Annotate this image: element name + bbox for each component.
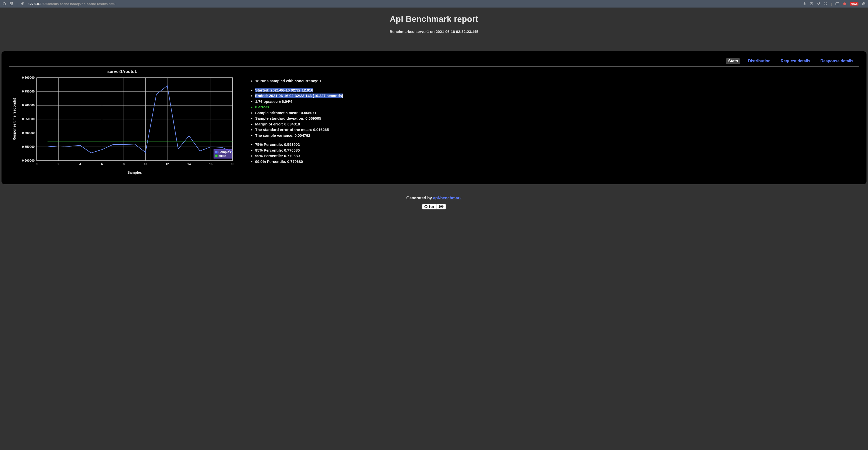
url-host: 127.0.0.1 xyxy=(28,2,42,6)
svg-rect-3 xyxy=(11,4,12,5)
page-header: Api Benchmark report Benchmarked server1… xyxy=(0,8,868,36)
stat-mean: Sample arithmetic mean: 0.568071 xyxy=(255,110,859,116)
stat-p999: 99.9% Percentile: 0.770680 xyxy=(255,159,859,165)
svg-rect-2 xyxy=(10,4,11,5)
grid-icon[interactable] xyxy=(9,2,13,5)
svg-text:6: 6 xyxy=(101,162,103,166)
chart-container: server1/route1 0246810121416180.5000000.… xyxy=(9,68,235,178)
stat-started: Started: 2021-06-16 02:32:12.916 xyxy=(255,87,859,93)
browser-toolbar: | 127.0.0.1:5500/redis-cache-nodejs/no-c… xyxy=(0,0,868,8)
box-color-icon[interactable] xyxy=(843,2,846,5)
svg-rect-0 xyxy=(10,2,11,3)
svg-text:16: 16 xyxy=(209,162,213,166)
github-icon xyxy=(425,205,428,208)
stats-column: 18 runs sampled with concurrency: 1 Star… xyxy=(245,68,859,178)
svg-rect-50 xyxy=(215,151,217,153)
svg-rect-52 xyxy=(215,154,217,157)
stat-p75: 75% Percentile: 0.553902 xyxy=(255,142,859,147)
tab-stats[interactable]: Stats xyxy=(726,58,740,64)
svg-text:0.550000: 0.550000 xyxy=(22,145,35,148)
svg-text:12: 12 xyxy=(165,162,169,166)
chart-title: server1/route1 xyxy=(9,69,235,74)
svg-text:18: 18 xyxy=(231,162,234,166)
stat-ended: Ended: 2021-06-16 02:32:23.143 (10.227 s… xyxy=(255,93,859,99)
stat-sem: The standard error of the mean: 0.016265 xyxy=(255,127,859,133)
svg-text:Samples: Samples xyxy=(127,170,142,174)
svg-text:0: 0 xyxy=(36,162,38,166)
address-bar[interactable]: 127.0.0.1:5500/redis-cache-nodejs/no-cac… xyxy=(28,2,116,6)
svg-rect-5 xyxy=(803,3,806,5)
svg-text:10: 10 xyxy=(144,162,148,166)
page-subtitle: Benchmarked server1 on 2021-06-16 02:32:… xyxy=(0,29,868,34)
github-star-button[interactable]: Star xyxy=(423,204,436,209)
svg-rect-10 xyxy=(836,2,839,5)
line-chart: 0246810121416180.5000000.5500000.6000000… xyxy=(9,75,235,178)
separator: | xyxy=(831,2,832,6)
tab-distribution[interactable]: Distribution xyxy=(746,58,773,64)
url-path: :5500/redis-cache-nodejs/no-cache-result… xyxy=(42,2,116,6)
stats-list-percentiles: 75% Percentile: 0.553902 95% Percentile:… xyxy=(245,142,859,164)
camera-icon[interactable] xyxy=(803,2,806,5)
svg-text:Samples: Samples xyxy=(218,150,231,154)
svg-text:8: 8 xyxy=(123,162,125,166)
globe-icon[interactable] xyxy=(21,2,25,5)
footer-link[interactable]: api-benchmark xyxy=(433,196,462,200)
tab-response-details[interactable]: Response details xyxy=(818,58,856,64)
svg-text:Response time (seconds): Response time (seconds) xyxy=(12,98,16,141)
stats-list-details: Started: 2021-06-16 02:32:12.916 Ended: … xyxy=(245,87,859,139)
svg-rect-1 xyxy=(11,2,12,3)
svg-text:0.600000: 0.600000 xyxy=(22,131,35,135)
svg-text:Mean: Mean xyxy=(218,154,226,158)
svg-text:0.800000: 0.800000 xyxy=(22,76,35,79)
github-star-widget[interactable]: Star 296 xyxy=(422,204,446,209)
stat-ops: 1.76 ops/sec ± 6.04% xyxy=(255,99,859,105)
stat-moe: Margin of error: 0.034318 xyxy=(255,121,859,127)
svg-text:14: 14 xyxy=(187,162,191,166)
stats-list-summary: 18 runs sampled with concurrency: 1 xyxy=(245,78,859,84)
github-star-count[interactable]: 296 xyxy=(436,204,445,209)
page-footer: Generated by api-benchmark Star 296 xyxy=(0,196,868,209)
stat-std: Sample standard deviation: 0.069005 xyxy=(255,116,859,121)
svg-text:2: 2 xyxy=(58,162,59,166)
cube-icon[interactable] xyxy=(862,2,866,5)
reload-icon[interactable] xyxy=(2,2,6,5)
block-icon[interactable] xyxy=(810,2,813,5)
stat-errors: 0 errors xyxy=(255,104,859,110)
tab-request-details[interactable]: Request details xyxy=(779,58,812,64)
stat-runs: 18 runs sampled with concurrency: 1 xyxy=(255,78,859,84)
send-icon[interactable] xyxy=(817,2,820,5)
svg-text:0.700000: 0.700000 xyxy=(22,104,35,107)
footer-prefix: Generated by xyxy=(406,196,433,200)
page-title: Api Benchmark report xyxy=(0,14,868,24)
svg-text:0.750000: 0.750000 xyxy=(22,90,35,93)
stat-p99: 99% Percentile: 0.770680 xyxy=(255,153,859,159)
svg-text:0.500000: 0.500000 xyxy=(22,159,35,162)
stat-var: The sample variance: 0.004762 xyxy=(255,133,859,139)
svg-point-6 xyxy=(804,3,805,4)
stat-p95: 95% Percentile: 0.770680 xyxy=(255,147,859,153)
heart-icon[interactable] xyxy=(824,2,827,5)
video-icon[interactable] xyxy=(835,2,839,5)
news-badge[interactable]: News xyxy=(850,2,859,5)
svg-text:0.650000: 0.650000 xyxy=(22,117,35,121)
svg-text:4: 4 xyxy=(80,162,81,166)
tab-bar: Stats Distribution Request details Respo… xyxy=(9,57,859,66)
separator: | xyxy=(17,2,18,6)
report-panel: Stats Distribution Request details Respo… xyxy=(1,51,867,184)
